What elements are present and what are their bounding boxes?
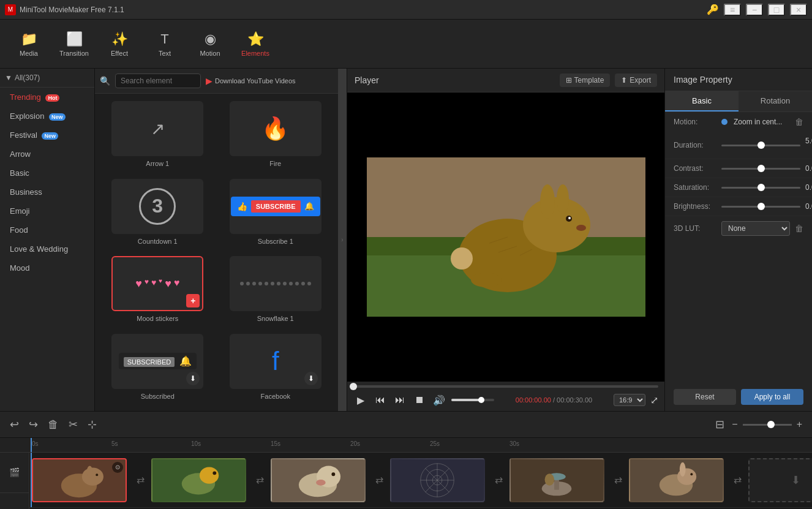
sidebar-item-arrow[interactable]: Arrow bbox=[0, 145, 94, 164]
minimize-button[interactable]: − bbox=[746, 4, 763, 16]
maximize-button[interactable]: □ bbox=[768, 4, 785, 16]
volume-bar[interactable] bbox=[451, 399, 494, 401]
app-title: MiniTool MovieMaker Free 7.1.1 bbox=[20, 6, 124, 14]
sidebar-item-food[interactable]: Food bbox=[0, 221, 94, 239]
zoom-in-button[interactable]: + bbox=[794, 418, 805, 431]
motion-delete-button[interactable]: 🗑 bbox=[795, 117, 803, 127]
tab-rotation[interactable]: Rotation bbox=[739, 91, 812, 111]
download-badge: ⬇ bbox=[304, 372, 318, 385]
table-row[interactable]: ⊙ bbox=[32, 458, 127, 502]
table-row[interactable]: ⬇ bbox=[748, 458, 812, 502]
player-header: Player ⊞ Template ⬆ Export bbox=[347, 69, 664, 92]
sidebar-item-explosion[interactable]: Explosion New bbox=[0, 107, 94, 126]
player-actions: ⊞ Template ⬆ Export bbox=[560, 74, 657, 87]
motion-property-row: Motion: Zoom in cent... 🗑 bbox=[665, 112, 812, 132]
element-thumb-subscribed[interactable]: SUBSCRIBED 🔔 ⬇ bbox=[111, 334, 203, 389]
element-label: Arrow 1 bbox=[146, 160, 169, 167]
video-track-row: ⊙ ⇄ ⇄ bbox=[29, 453, 812, 508]
table-row[interactable] bbox=[271, 458, 366, 502]
table-row[interactable] bbox=[629, 458, 724, 502]
element-thumb-snowflake1[interactable] bbox=[230, 256, 321, 311]
transition-between-clips-3[interactable]: ⇄ bbox=[368, 458, 390, 502]
split-view-button[interactable]: ⊟ bbox=[713, 415, 727, 434]
svg-point-5 bbox=[540, 184, 555, 219]
tab-basic[interactable]: Basic bbox=[665, 91, 739, 111]
close-button[interactable]: × bbox=[790, 4, 807, 16]
motion-indicator bbox=[721, 119, 727, 125]
sidebar-item-business[interactable]: Business bbox=[0, 183, 94, 202]
effect-button[interactable]: ✨ Effect bbox=[98, 23, 141, 65]
element-thumb-fire[interactable]: 🔥 bbox=[230, 101, 321, 156]
element-label: Mood stickers bbox=[137, 315, 178, 322]
arrow-visual: ↗ bbox=[151, 119, 165, 139]
reset-button[interactable]: Reset bbox=[674, 389, 736, 405]
text-button[interactable]: T Text bbox=[143, 23, 186, 65]
property-tabs: Basic Rotation bbox=[665, 91, 812, 112]
expand-button[interactable]: › bbox=[338, 69, 347, 411]
aspect-ratio-select[interactable]: 16:9 9:16 1:1 4:3 bbox=[614, 394, 645, 406]
element-thumb-countdown1[interactable]: 3 bbox=[111, 179, 203, 234]
cut-button[interactable]: ✂ bbox=[66, 415, 80, 434]
lut-select[interactable]: None bbox=[721, 221, 790, 236]
duration-slider[interactable] bbox=[721, 145, 800, 146]
property-actions: Reset Apply to all bbox=[665, 383, 812, 411]
brightness-slider[interactable] bbox=[721, 206, 800, 208]
table-row[interactable] bbox=[509, 458, 604, 502]
svg-point-17 bbox=[82, 467, 103, 485]
sidebar-item-basic[interactable]: Basic bbox=[0, 164, 94, 183]
brightness-row: Brightness: 0.0 bbox=[665, 197, 812, 216]
youtube-download-button[interactable]: ▶ Download YouTube Videos bbox=[206, 76, 296, 86]
zoom-slider[interactable] bbox=[743, 424, 792, 426]
titlebar: M MiniTool MovieMaker Free 7.1.1 🔑 ≡ − □… bbox=[0, 0, 812, 20]
motion-button[interactable]: ◉ Motion bbox=[189, 23, 231, 65]
stop-button[interactable]: ⏹ bbox=[412, 393, 427, 407]
table-row[interactable] bbox=[151, 458, 246, 502]
transition-between-clips-4[interactable]: ⇄ bbox=[487, 458, 509, 502]
transition-between-clips-1[interactable]: ⇄ bbox=[129, 458, 151, 502]
element-thumb-moodstickers[interactable]: ♥ ♥ ♥ ♥ ♥ ♥ + bbox=[111, 256, 203, 311]
contrast-slider[interactable] bbox=[721, 168, 800, 170]
transition-between-clips-6[interactable]: ⇄ bbox=[726, 458, 748, 502]
redo-button[interactable]: ↪ bbox=[26, 415, 40, 434]
transition-between-clips-2[interactable]: ⇄ bbox=[249, 458, 271, 502]
ruler-mark-25s: 25s bbox=[430, 440, 440, 447]
template-icon: ⊞ bbox=[566, 76, 572, 85]
transition-button[interactable]: ⬜ Transition bbox=[53, 23, 96, 65]
right-panel: Image Property Basic Rotation Motion: Zo… bbox=[665, 69, 812, 411]
track-labels: 🎬 ♪ bbox=[0, 453, 29, 509]
sidebar-item-love-wedding[interactable]: Love & Wedding bbox=[0, 239, 94, 258]
right-panel-title: Image Property bbox=[665, 69, 812, 91]
svg-point-13 bbox=[471, 273, 502, 287]
sidebar-item-festival[interactable]: Festival New bbox=[0, 126, 94, 145]
element-thumb-facebook[interactable]: f ⬇ bbox=[230, 334, 321, 389]
play-button[interactable]: ▶ bbox=[353, 393, 368, 407]
zoom-out-button[interactable]: − bbox=[729, 418, 740, 431]
search-input[interactable] bbox=[115, 74, 201, 88]
transition-between-clips-5[interactable]: ⇄ bbox=[607, 458, 629, 502]
template-button[interactable]: ⊞ Template bbox=[560, 74, 611, 87]
sidebar-item-emoji[interactable]: Emoji bbox=[0, 202, 94, 221]
element-thumb-subscribe1[interactable]: 👍 SUBSCRIBE 🔔 bbox=[230, 179, 321, 234]
menu-button[interactable]: ≡ bbox=[724, 4, 741, 16]
next-button[interactable]: ⏭ bbox=[393, 393, 407, 407]
export-button[interactable]: ⬆ Export bbox=[615, 74, 657, 87]
lut-delete-button[interactable]: 🗑 bbox=[795, 224, 803, 233]
track-playhead bbox=[31, 453, 32, 507]
svg-point-28 bbox=[316, 480, 326, 486]
table-row[interactable] bbox=[390, 458, 485, 502]
progress-bar[interactable] bbox=[353, 385, 658, 388]
apply-to-all-button[interactable]: Apply to all bbox=[741, 389, 803, 405]
all-categories-header[interactable]: ▼ All(307) bbox=[0, 69, 94, 88]
sidebar-item-trending[interactable]: Trending Hot bbox=[0, 88, 94, 107]
delete-button[interactable]: 🗑 bbox=[45, 416, 61, 434]
fullscreen-button[interactable]: ⤢ bbox=[650, 394, 658, 406]
element-thumb-arrow1[interactable]: ↗ bbox=[111, 101, 203, 156]
undo-button[interactable]: ↩ bbox=[7, 415, 21, 434]
volume-button[interactable]: 🔊 bbox=[432, 393, 446, 407]
media-button[interactable]: 📁 Media bbox=[7, 23, 50, 65]
sidebar-item-mood[interactable]: Mood bbox=[0, 258, 94, 277]
saturation-slider[interactable] bbox=[721, 187, 800, 189]
elements-button[interactable]: ⭐ Elements bbox=[234, 23, 277, 65]
crop-button[interactable]: ⊹ bbox=[85, 415, 99, 434]
prev-button[interactable]: ⏮ bbox=[373, 393, 388, 407]
